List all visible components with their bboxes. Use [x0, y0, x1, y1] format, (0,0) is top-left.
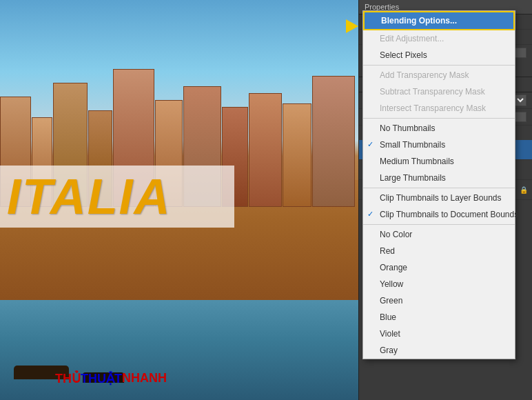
building	[312, 76, 355, 207]
menu-item-yellow[interactable]: Yellow	[363, 276, 515, 292]
menu-item-no-color[interactable]: No Color	[363, 226, 515, 243]
red-label: Red	[380, 246, 395, 256]
menu-item-subtract-transparency: Subtract Transparency Mask	[363, 83, 515, 100]
menu-item-orange[interactable]: Orange	[363, 259, 515, 276]
building	[249, 93, 282, 207]
yellow-label: Yellow	[380, 279, 403, 289]
clip-layer-label: Clip Thumbnails to Layer Bounds	[380, 193, 502, 203]
no-color-label: No Color	[380, 230, 412, 239]
text-banner: ITALIA	[0, 166, 234, 228]
italia-text: ITALIA	[7, 168, 172, 225]
menu-item-medium-thumbnails[interactable]: Medium Thumbnails	[363, 153, 515, 170]
intersect-transparency-label: Intersect Transparency Mask	[380, 103, 486, 113]
menu-item-edit-adjustment: Edit Adjustment...	[363, 30, 515, 47]
edit-adjustment-label: Edit Adjustment...	[380, 34, 444, 43]
menu-item-green[interactable]: Green	[363, 292, 515, 309]
menu-item-red[interactable]: Red	[363, 243, 515, 259]
menu-item-gray[interactable]: Gray	[363, 342, 515, 359]
menu-separator-1	[363, 65, 515, 66]
blending-options-label: Blending Options...	[381, 16, 457, 26]
watermark: THỦ THUẬT NHANH	[55, 371, 167, 386]
subtract-transparency-label: Subtract Transparency Mask	[380, 87, 485, 97]
menu-item-clip-layer[interactable]: Clip Thumbnails to Layer Bounds	[363, 190, 515, 206]
menu-item-blue[interactable]: Blue	[363, 309, 515, 326]
orange-label: Orange	[380, 263, 407, 272]
clip-document-label: Clip Thumbnails to Document Bounds	[380, 210, 518, 219]
menu-separator-4	[363, 224, 515, 225]
menu-item-intersect-transparency: Intersect Transparency Mask	[363, 100, 515, 117]
menu-item-no-thumbnails[interactable]: No Thumbnails	[363, 120, 515, 137]
green-label: Green	[380, 296, 402, 306]
menu-separator-2	[363, 118, 515, 119]
arrow-icon	[346, 19, 358, 33]
background-lock-icon: 🔒	[520, 186, 528, 194]
menu-item-select-pixels[interactable]: Select Pixels	[363, 47, 515, 63]
menu-item-large-thumbnails[interactable]: Large Thumbnails	[363, 170, 515, 186]
watermark-thuat: THUẬT	[81, 371, 122, 386]
watermark-thu: THỦ	[55, 371, 81, 386]
menu-item-small-thumbnails[interactable]: Small Thumbnails	[363, 137, 515, 153]
blue-label: Blue	[380, 312, 396, 322]
watermark-nhanh: NHANH	[122, 371, 167, 386]
add-transparency-label: Add Transparency Mask	[380, 70, 469, 80]
violet-label: Violet	[380, 329, 400, 339]
menu-item-violet[interactable]: Violet	[363, 326, 515, 342]
arrow-container	[346, 19, 358, 36]
large-thumbnails-label: Large Thumbnails	[380, 173, 446, 183]
gray-label: Gray	[380, 346, 398, 355]
no-thumbnails-label: No Thumbnails	[380, 123, 435, 133]
menu-item-clip-document[interactable]: Clip Thumbnails to Document Bounds	[363, 206, 515, 223]
menu-item-add-transparency: Add Transparency Mask	[363, 67, 515, 83]
small-thumbnails-label: Small Thumbnails	[380, 140, 445, 150]
photo-background: ITALIA THỦ THUẬT NHANH	[0, 0, 358, 400]
context-menu: Blending Options... Edit Adjustment... S…	[362, 10, 515, 359]
menu-separator-3	[363, 188, 515, 188]
building	[283, 103, 311, 207]
menu-item-blending-options[interactable]: Blending Options...	[363, 11, 515, 30]
select-pixels-label: Select Pixels	[380, 50, 427, 60]
medium-thumbnails-label: Medium Thumbnails	[380, 157, 454, 166]
